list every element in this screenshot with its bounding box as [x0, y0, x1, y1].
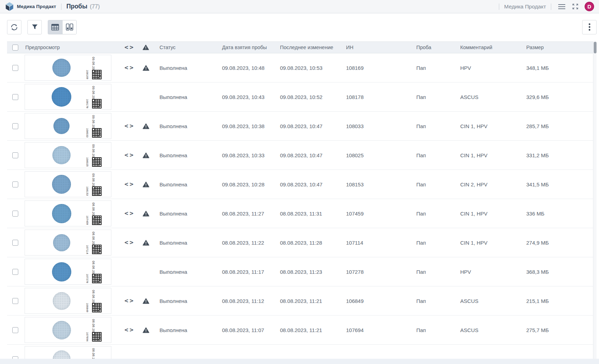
- cards-view-button[interactable]: [62, 20, 76, 34]
- table-row[interactable]: 08.08.2023 107694 <> Выполнена 08.08.202…: [7, 316, 593, 345]
- preview-cell: 08.08.2023 107459: [23, 199, 122, 228]
- sample-preview-thumbnail[interactable]: 08.08.2023 106849: [25, 288, 111, 314]
- status-cell: Выполнена: [155, 94, 217, 100]
- hamburger-icon: [558, 3, 566, 10]
- slide-date-label: 08.08.2023: [92, 348, 95, 359]
- code-icon: <>: [124, 327, 134, 333]
- taken-date-cell: 09.08.2023, 10:33: [217, 152, 275, 158]
- table-row[interactable]: 09.08.2023 108033 <> Выполнена 09.08.202…: [7, 112, 593, 141]
- fullscreen-button[interactable]: [570, 1, 580, 12]
- row-checkbox[interactable]: [12, 65, 18, 71]
- sample-preview-thumbnail[interactable]: 08.08.2023 107278: [25, 259, 111, 285]
- column-header-size[interactable]: Размер: [521, 45, 593, 50]
- modified-date-cell: 09.08.2023, 10:47: [275, 152, 341, 158]
- sample-preview-thumbnail[interactable]: 08.08.2023 107114: [25, 230, 111, 256]
- app-logo-icon: [5, 2, 14, 12]
- id-cell: 108153: [341, 181, 411, 187]
- column-header-id[interactable]: ИН: [341, 45, 411, 50]
- sample-preview-thumbnail[interactable]: 08.08.2023 107459: [25, 200, 111, 226]
- column-header-preview[interactable]: Предпросмотр: [23, 45, 122, 50]
- table-row[interactable]: 08.08.2023 107114 <> Выполнена 08.08.202…: [7, 228, 593, 257]
- row-checkbox[interactable]: [12, 298, 18, 304]
- row-select-cell: [7, 123, 23, 129]
- status-cell: Выполнена: [155, 65, 217, 71]
- warning-cell: [137, 152, 155, 158]
- menu-button[interactable]: [556, 2, 567, 12]
- warning-cell: [137, 327, 155, 333]
- sample-type-cell: Пап: [411, 327, 455, 333]
- filter-button[interactable]: [27, 20, 42, 34]
- column-header-taken[interactable]: Дата взятия пробы: [217, 45, 275, 50]
- account-divider-right: [551, 4, 551, 10]
- warning-cell: [137, 94, 155, 100]
- table-row[interactable]: 09.08.2023 108025 <> Выполнена 09.08.202…: [7, 141, 593, 170]
- more-options-button[interactable]: [582, 20, 597, 34]
- size-cell: 331,2 МБ: [521, 152, 593, 158]
- status-cell: Выполнена: [155, 298, 217, 304]
- table-row[interactable]: 08.08.2023 106849 <> Выполнена 08.08.202…: [7, 286, 593, 316]
- vertical-scrollbar[interactable]: [593, 41, 597, 359]
- size-cell: 285,7 МБ: [521, 123, 593, 129]
- modified-date-cell: 09.08.2023, 10:47: [275, 181, 341, 187]
- code-icon: <>: [124, 239, 134, 246]
- code-cell: <>: [122, 152, 137, 158]
- table-row[interactable]: 08.08.2023: [7, 345, 593, 359]
- preview-cell: 09.08.2023 108153: [23, 170, 122, 199]
- row-checkbox[interactable]: [12, 181, 18, 187]
- table-row[interactable]: 09.08.2023 108178 Выполнена 09.08.2023, …: [7, 82, 593, 112]
- sample-type-cell: Пап: [411, 240, 455, 246]
- comment-cell: HPV: [455, 65, 521, 71]
- sample-preview-thumbnail[interactable]: 09.08.2023 108169: [25, 55, 111, 81]
- warning-icon: [143, 65, 149, 71]
- id-cell: 107694: [341, 327, 411, 333]
- column-header-modified[interactable]: Последнее изменение: [275, 45, 341, 50]
- slide-id-label: 107114: [86, 245, 89, 254]
- sample-type-cell: Пап: [411, 181, 455, 187]
- table-view-button[interactable]: [48, 20, 62, 34]
- code-cell: <>: [122, 239, 137, 246]
- row-checkbox[interactable]: [12, 94, 18, 100]
- table-row[interactable]: 08.08.2023 107459 <> Выполнена 08.08.202…: [7, 199, 593, 228]
- code-cell: <>: [122, 65, 137, 71]
- column-header-status[interactable]: Статус: [155, 45, 217, 50]
- column-header-sample[interactable]: Проба: [411, 45, 455, 50]
- row-checkbox[interactable]: [12, 327, 18, 333]
- table-row[interactable]: 08.08.2023 107278 Выполнена 08.08.2023, …: [7, 257, 593, 286]
- sample-preview-thumbnail[interactable]: 08.08.2023 107694: [25, 317, 111, 343]
- row-checkbox[interactable]: [12, 123, 18, 129]
- row-checkbox[interactable]: [12, 356, 18, 359]
- column-header-warning[interactable]: [137, 45, 155, 50]
- size-cell: 274,9 МБ: [521, 240, 593, 246]
- sample-preview-thumbnail[interactable]: 09.08.2023 108025: [25, 142, 111, 168]
- sample-preview-thumbnail[interactable]: 08.08.2023: [25, 346, 111, 359]
- row-checkbox[interactable]: [12, 211, 18, 217]
- code-icon: <>: [124, 44, 134, 51]
- sample-spot: [52, 204, 71, 223]
- refresh-button[interactable]: [7, 20, 21, 34]
- sample-type-cell: Пап: [411, 94, 455, 100]
- select-all-checkbox[interactable]: [12, 45, 18, 51]
- table-row[interactable]: 09.08.2023 108153 <> Выполнена 09.08.202…: [7, 170, 593, 199]
- row-checkbox[interactable]: [12, 240, 18, 246]
- column-header-comment[interactable]: Комментарий: [455, 45, 521, 50]
- account-name: Медика Продакт: [504, 4, 546, 10]
- top-header-bar: Медика Продакт Пробы (77) Медика Продакт: [0, 0, 599, 13]
- sample-preview-thumbnail[interactable]: 09.08.2023 108178: [25, 84, 111, 110]
- slide-id-label: 108153: [86, 186, 89, 196]
- sample-preview-thumbnail[interactable]: 09.08.2023 108153: [25, 171, 111, 197]
- taken-date-cell: 09.08.2023, 10:28: [217, 181, 275, 187]
- column-header-code[interactable]: <>: [122, 44, 137, 51]
- row-checkbox[interactable]: [12, 152, 18, 158]
- row-checkbox[interactable]: [12, 269, 18, 275]
- user-avatar[interactable]: D: [585, 2, 594, 11]
- code-icon: <>: [124, 152, 134, 158]
- scrollbar-thumb[interactable]: [594, 42, 597, 53]
- qr-code-icon: [92, 245, 102, 254]
- modified-date-cell: 09.08.2023, 10:52: [275, 94, 341, 100]
- taken-date-cell: 09.08.2023, 10:43: [217, 94, 275, 100]
- sample-preview-thumbnail[interactable]: 09.08.2023 108033: [25, 113, 111, 139]
- sample-spot: [53, 118, 70, 134]
- table-row[interactable]: 09.08.2023 108169 <> Выполнена 09.08.202…: [7, 53, 593, 82]
- kebab-menu-icon: [588, 23, 591, 31]
- sample-type-cell: Пап: [411, 123, 455, 129]
